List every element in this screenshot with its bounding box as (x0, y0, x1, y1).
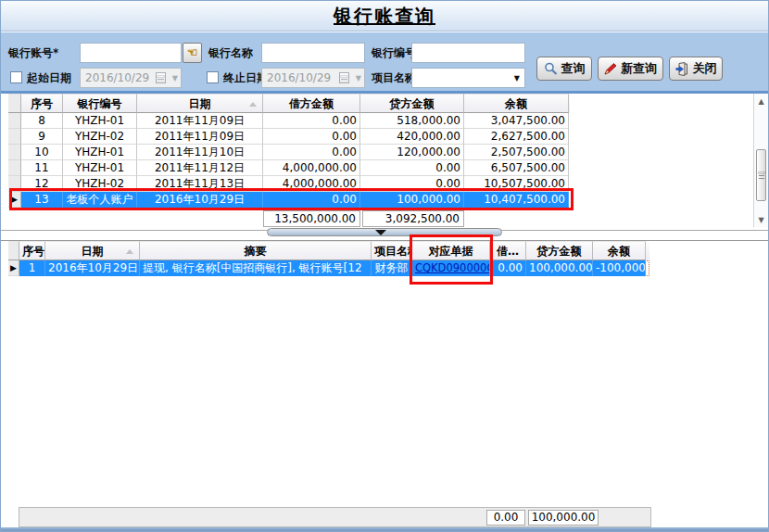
document-cell: CQKD090000C (412, 260, 490, 276)
bank-code-input[interactable] (411, 43, 525, 63)
col-header-debit[interactable]: 借… (490, 241, 526, 260)
close-button[interactable]: 关闭 (669, 57, 723, 81)
start-date-checkbox[interactable] (10, 71, 22, 83)
col-header-balance[interactable]: 余额 (593, 241, 646, 260)
table-row[interactable]: 11 YHZH-01 2011年11月12日 4,000,000.00 0.00… (8, 160, 570, 176)
sort-asc-icon (249, 102, 257, 107)
col-header-balance[interactable]: 余额 (464, 94, 569, 113)
transaction-detail-grid: 序号 日期 摘要 项目名称 对应单据 借… 贷方金额 余额 ▶ 1 2016年1… (8, 241, 649, 276)
bank-code-label: 银行编号 (372, 43, 416, 63)
project-name-select[interactable]: ▼ (411, 68, 525, 88)
scrollbar-thumb[interactable] (756, 149, 766, 201)
magnifier-icon (544, 62, 558, 76)
table-header-row: 序号 银行编号 日期 借方金额 贷方金额 余额 (8, 94, 570, 113)
scroll-up-icon[interactable]: ▲ (754, 97, 768, 106)
table-row[interactable]: 9 YHZH-02 2011年11月09日 0.00 420,000.00 2,… (8, 129, 570, 145)
end-date-checkbox[interactable] (207, 71, 219, 83)
row-selector-header (8, 241, 19, 260)
sort-asc-icon (126, 249, 133, 254)
start-date-label: 起始日期 (27, 68, 71, 88)
pen-icon (604, 62, 617, 75)
bank-account-input[interactable] (80, 43, 182, 63)
bank-name-input[interactable] (261, 43, 365, 63)
window-bottom-edge (1, 527, 768, 532)
footer-credit-total: 100,000.00 (528, 510, 599, 526)
document-link[interactable]: CQKD090000C (415, 261, 490, 274)
chevron-down-icon: ▼ (514, 69, 520, 89)
row-marker-icon: ▶ (8, 192, 21, 208)
table-row[interactable]: 10 YHZH-01 2011年11月10日 0.00 120,000.00 2… (8, 145, 570, 160)
summary-cell: 提现, 银行名称[中国招商银行], 银行账号[12 (140, 260, 372, 276)
col-header-no[interactable]: 序号 (19, 241, 45, 260)
table-row-selected[interactable]: ▶ 1 2016年10月29日 提现, 银行名称[中国招商银行], 银行账号[1… (8, 260, 649, 276)
col-header-project[interactable]: 项目名称 (372, 241, 412, 260)
bank-query-window: 银行账查询 银行账号* ☜ 银行名称 银行编号 起始日期 2016/10/29 … (0, 0, 769, 532)
calendar-icon (156, 72, 166, 83)
col-header-no[interactable]: 序号 (21, 94, 63, 113)
vertical-scrollbar[interactable]: ▲ ▼ (753, 94, 768, 227)
col-header-document[interactable]: 对应单据 (412, 241, 490, 260)
col-header-debit[interactable]: 借方金额 (263, 94, 360, 113)
splitter-collapse-icon[interactable] (375, 230, 386, 235)
calendar-icon (339, 72, 349, 83)
start-date-picker[interactable]: 2016/10/29 ▼ (80, 68, 182, 88)
bank-summary-grid: 序号 银行编号 日期 借方金额 贷方金额 余额 8 YHZH-01 2011年1… (8, 94, 570, 208)
query-button[interactable]: 查询 (536, 57, 592, 81)
title-bar: 银行账查询 (1, 1, 768, 32)
end-date-value: 2016/10/29 (267, 71, 331, 84)
table-row-selected[interactable]: ▶ 13 老板个人账户 2016年10月29日 0.00 100,000.00 … (8, 192, 570, 208)
page-title: 银行账查询 (334, 1, 435, 31)
table-row[interactable]: 8 YHZH-01 2011年11月09日 0.00 518,000.00 3,… (8, 113, 570, 129)
footer-debit-total: 0.00 (486, 510, 525, 526)
footer-totals-bar: 0.00 100,000.00 (19, 507, 651, 527)
query-form-panel: 银行账号* ☜ 银行名称 银行编号 起始日期 2016/10/29 ▼ 终止日期… (1, 32, 768, 91)
col-header-credit[interactable]: 贷方金额 (526, 241, 593, 260)
hand-pointer-icon: ☜ (187, 45, 198, 59)
project-name-label: 项目名称 (372, 68, 416, 88)
table-row[interactable]: 12 YHZH-02 2011年11月13日 4,000,000.00 0.00… (8, 176, 570, 192)
chevron-down-icon: ▼ (356, 69, 361, 89)
new-query-button[interactable]: 新查询 (598, 57, 663, 81)
col-header-bank-code[interactable]: 银行编号 (63, 94, 137, 113)
table-header-row: 序号 日期 摘要 项目名称 对应单据 借… 贷方金额 余额 (8, 241, 649, 260)
debit-total-box: 13,500,000.00 (263, 210, 360, 227)
col-header-date[interactable]: 日期 (45, 241, 140, 260)
end-date-picker[interactable]: 2016/10/29 ▼ (261, 68, 365, 88)
exit-door-icon (675, 62, 689, 76)
col-header-summary[interactable]: 摘要 (140, 241, 372, 260)
start-date-value: 2016/10/29 (85, 71, 149, 84)
chevron-down-icon: ▼ (172, 69, 178, 89)
scroll-down-icon[interactable]: ▼ (754, 216, 768, 224)
col-header-date[interactable]: 日期 (137, 94, 263, 113)
col-header-credit[interactable]: 贷方金额 (360, 94, 464, 113)
row-selector-header (8, 94, 21, 113)
row-marker-icon: ▶ (8, 260, 19, 276)
bank-name-label: 银行名称 (208, 43, 253, 63)
bank-account-lookup-button[interactable]: ☜ (183, 43, 202, 63)
bank-account-label: 银行账号* (8, 43, 58, 63)
credit-total-box: 3,092,500.00 (362, 210, 464, 227)
